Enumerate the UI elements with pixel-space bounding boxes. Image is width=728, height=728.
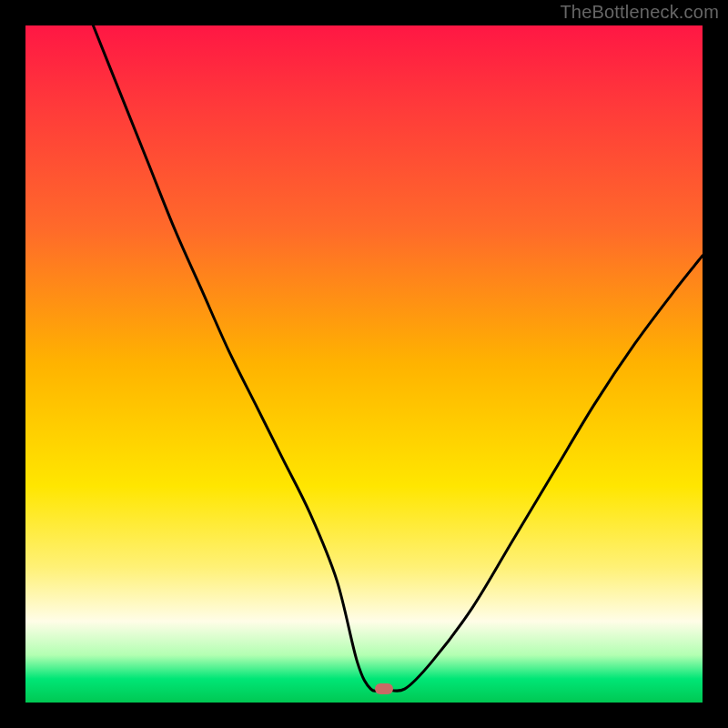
curve-layer — [25, 25, 703, 703]
optimal-point-marker — [375, 683, 393, 694]
chart-stage: TheBottleneck.com — [0, 0, 728, 728]
watermark-text: TheBottleneck.com — [560, 2, 719, 23]
plot-area — [25, 25, 703, 703]
bottleneck-curve — [93, 25, 703, 691]
